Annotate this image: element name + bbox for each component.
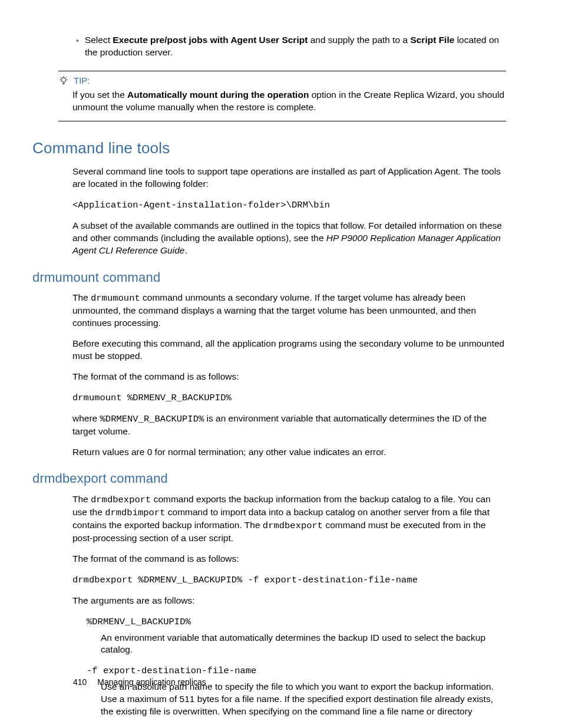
svg-line-6 — [61, 77, 61, 78]
tip-divider-bottom — [58, 121, 506, 121]
page-number: 410 — [73, 677, 87, 688]
code-inline: drmdbexport — [91, 495, 151, 505]
text: The — [72, 494, 91, 504]
section-heading-drmumount: drmumount command — [32, 269, 506, 286]
text: where — [72, 413, 100, 423]
paragraph: The drmdbexport command exports the back… — [72, 493, 506, 545]
tip-block: TIP: If you set the Automatically mount … — [58, 75, 506, 114]
text: and supply the path to a — [308, 35, 410, 45]
bold-text: Script File — [410, 35, 454, 45]
page-footer: 410 Managing application replicas — [73, 677, 206, 688]
tip-label: TIP: — [74, 75, 90, 87]
section-heading-drmdbexport: drmdbexport command — [32, 470, 506, 487]
paragraph: The format of the command is as follows: — [72, 371, 506, 383]
tip-header: TIP: — [58, 75, 506, 87]
code-inline: drmumount — [91, 293, 140, 304]
arg-label: %DRMENV_L_BACKUPID% — [87, 617, 191, 627]
code-path: <Application-Agent-installation-folder>\… — [72, 200, 330, 210]
code-inline: %DRMENV_R_BACKUPID% — [100, 414, 204, 424]
page-container: • Select Execute pre/post jobs with Agen… — [0, 0, 562, 718]
section-body: Several command line tools to support ta… — [72, 166, 506, 257]
svg-line-7 — [66, 77, 67, 78]
code-inline: drmdbimport — [105, 508, 165, 518]
bullet-item: • Select Execute pre/post jobs with Agen… — [72, 34, 506, 59]
bold-text: Execute pre/post jobs with Agent User Sc… — [113, 35, 308, 45]
paragraph: The drmumount command unmounts a seconda… — [72, 292, 506, 330]
code-line: drmdbexport %DRMENV_L_BACKUPID% -f expor… — [72, 575, 418, 585]
paragraph: The format of the command is as follows: — [72, 553, 506, 565]
paragraph: The arguments are as follows: — [72, 595, 506, 607]
text: The — [72, 292, 91, 302]
text: If you set the — [72, 90, 127, 100]
code-line: drmumount %DRMENV_R_BACKUPID% — [72, 393, 232, 403]
argument-block: %DRMENV_L_BACKUPID% An environment varia… — [87, 615, 506, 718]
paragraph: Return values are 0 for normal terminati… — [72, 446, 506, 459]
paragraph: A subset of the available commands are o… — [72, 220, 506, 257]
bullet-text: Select Execute pre/post jobs with Agent … — [85, 34, 506, 59]
code-inline: drmdbexport — [263, 521, 323, 531]
lightbulb-icon — [58, 75, 69, 86]
arg-description: An environment variable that automatical… — [101, 632, 506, 657]
bold-text: Automatically mount during the operation — [127, 90, 309, 100]
section-heading-command-line-tools: Command line tools — [32, 138, 506, 159]
bullet-marker: • — [72, 34, 85, 59]
tip-divider-top — [58, 71, 506, 71]
paragraph: Before executing this command, all the a… — [72, 338, 506, 363]
paragraph: Several command line tools to support ta… — [72, 166, 506, 190]
arg-label: -f export-destination-file-name — [87, 666, 256, 676]
paragraph: where %DRMENV_R_BACKUPID% is an environm… — [72, 413, 506, 438]
text: Select — [85, 35, 113, 45]
section-body: The drmumount command unmounts a seconda… — [72, 292, 506, 458]
tip-body: If you set the Automatically mount durin… — [72, 89, 506, 114]
section-body: The drmdbexport command exports the back… — [72, 493, 506, 607]
svg-point-0 — [61, 78, 66, 83]
chapter-title: Managing application replicas — [97, 677, 206, 688]
text: . — [184, 245, 187, 255]
